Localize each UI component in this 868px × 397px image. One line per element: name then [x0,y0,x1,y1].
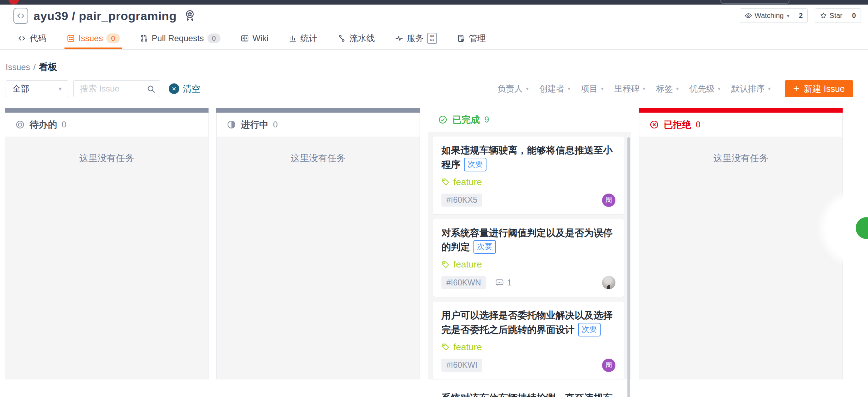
tag-icon [441,178,450,186]
issue-tags: feature [441,259,615,270]
chevron-down-icon: ▾ [643,86,646,92]
filter-sort[interactable]: 默认排序▾ [731,83,771,94]
record-dot [8,0,19,5]
issue-title[interactable]: 用户可以选择是否委托物业解决以及选择完是否委托之后跳转的界面设计次要 [441,308,615,338]
column-in-progress-count: 0 [273,120,278,130]
tab-wiki[interactable]: Wiki [241,27,268,49]
breadcrumb-issues-link[interactable]: Issues [6,62,30,72]
star-count[interactable]: 0 [847,9,860,23]
tab-manage-label: 管理 [469,33,486,44]
column-rejected-header: 已拒绝 0 [639,113,842,137]
issue-footer: #I60KX5 周 [441,194,615,207]
column-in-progress-label: 进行中 [241,119,268,131]
column-todo-label: 待办的 [30,119,57,131]
tab-stats[interactable]: 统计 [289,27,317,49]
column-done-header: 已完成 9 [428,108,631,132]
filter-dropdowns: 负责人▾ 创建者▾ 项目▾ 里程碑▾ 标签▾ 优先级▾ 默认排序▾ + 新建 I… [497,80,868,98]
column-todo-header: 待办的 0 [5,113,208,137]
filter-milestone[interactable]: 里程碑▾ [614,83,646,94]
x-circle-icon [649,120,659,130]
doc-gear-icon [457,34,465,43]
filter-assignee[interactable]: 负责人▾ [497,83,529,94]
half-circle-icon [227,120,236,130]
clear-filter-label: 清空 [183,83,200,95]
tab-issues[interactable]: Issues 0 [67,27,120,49]
search-icon[interactable] [147,84,156,94]
repo-tab-bar: 代码 Issues 0 Pull Requests 0 Wiki 统计 流水线 … [0,27,868,50]
star-button[interactable]: Star 0 [815,8,861,23]
medal-icon [184,9,196,23]
bar-chart-icon [289,34,297,43]
watching-button[interactable]: Watching ▾ 2 [740,8,808,23]
column-todo: 待办的 0 这里没有任务 [5,108,209,379]
tab-code-label: 代码 [30,33,46,44]
column-todo-strip [5,108,209,113]
empty-state-text: 这里没有任务 [639,137,842,164]
issue-title[interactable]: 对系统容量进行阈值判定以及是否为误停的判定次要 [441,226,615,255]
issue-card[interactable]: 用户可以选择是否委托物业解决以及选择完是否委托之后跳转的界面设计次要 featu… [433,302,624,379]
tab-services[interactable]: 服务 F0D1 [395,27,437,49]
avatar[interactable]: 周 [602,359,615,372]
clear-filter-button[interactable]: ✕ 清空 [169,83,200,95]
tag-label[interactable]: feature [453,342,482,353]
close-icon: ✕ [169,83,179,94]
tab-pull-requests-label: Pull Requests [152,33,204,43]
tag-label[interactable]: feature [453,259,482,270]
chevron-down-icon: ▾ [526,86,529,92]
chevron-down-icon: ▾ [568,86,571,92]
page-title: 看板 [39,61,57,73]
tab-pull-requests[interactable]: Pull Requests 0 [140,27,221,49]
priority-badge: 次要 [464,158,486,171]
chevron-down-icon: ▾ [787,13,789,19]
filter-label[interactable]: 标签▾ [656,83,679,94]
book-icon [241,34,249,43]
watching-label: Watching [755,12,784,20]
chevron-down-icon: ▾ [718,86,721,92]
services-glyph-badge: F0D1 [427,33,437,44]
tab-issues-label: Issues [79,33,103,43]
priority-badge: 次要 [473,240,496,254]
issues-count-badge: 0 [106,33,119,43]
tag-label[interactable]: feature [453,177,482,188]
tag-icon [441,260,450,269]
avatar[interactable]: 周 [602,194,615,207]
issue-title[interactable]: 系统对该车位车辆持续检测，直至违规车牌离开了户主车位次要 [441,391,615,397]
issue-footer: #I60KWN 1 [441,276,615,289]
top-dark-strip [0,0,868,5]
column-done-body: 如果违规车辆驶离，能够将信息推送至小程序次要 feature #I60KX5 周… [428,132,631,397]
issue-card[interactable]: 如果违规车辆驶离，能够将信息推送至小程序次要 feature #I60KX5 周 [433,137,624,214]
issue-tags: feature [441,177,615,188]
filter-creator[interactable]: 创建者▾ [539,83,571,94]
tab-code[interactable]: 代码 [18,27,46,49]
tab-pipeline[interactable]: 流水线 [337,27,375,49]
filter-priority[interactable]: 优先级▾ [689,83,721,94]
tab-pipeline-label: 流水线 [349,33,375,44]
check-circle-icon [438,115,448,125]
pipeline-icon [337,34,346,43]
watching-count[interactable]: 2 [794,9,807,23]
issue-card[interactable]: 对系统容量进行阈值判定以及是否为误停的判定次要 feature #I60KWN … [433,219,624,297]
column-done-label: 已完成 [452,114,480,126]
issue-card[interactable]: 系统对该车位车辆持续检测，直至违规车牌离开了户主车位次要 feature #I6… [433,384,624,397]
column-in-progress-header: 进行中 0 [217,113,420,137]
new-issue-button[interactable]: + 新建 Issue [785,80,853,97]
code-icon [18,34,26,43]
column-in-progress-body: 这里没有任务 [217,137,420,379]
priority-badge: 次要 [578,323,601,336]
column-todo-body: 这里没有任务 [5,137,208,379]
tab-manage[interactable]: 管理 [457,27,486,49]
new-issue-label: 新建 Issue [804,83,845,95]
column-scrollbar[interactable] [627,137,630,397]
eye-icon [745,12,752,19]
pull-request-icon [140,34,148,43]
column-in-progress: 进行中 0 这里没有任务 [216,108,420,379]
filter-project[interactable]: 项目▾ [581,83,604,94]
column-in-progress-strip [216,108,420,113]
scope-select[interactable]: 全部 ▾ [6,80,68,97]
avatar[interactable] [602,276,615,289]
pull-requests-count-badge: 0 [207,33,221,43]
todo-circle-icon [15,120,25,130]
column-done-count: 9 [484,115,489,125]
issue-title[interactable]: 如果违规车辆驶离，能够将信息推送至小程序次要 [441,143,615,172]
scope-select-value: 全部 [12,83,29,94]
